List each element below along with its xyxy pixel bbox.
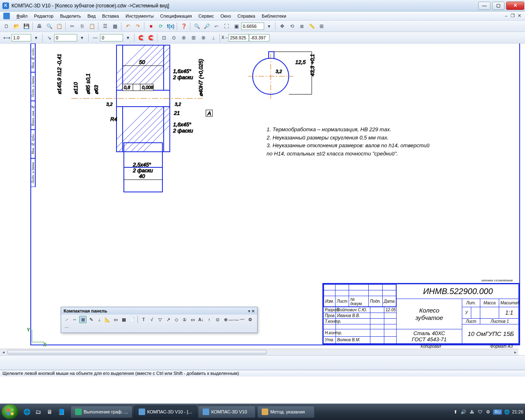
- coord-x[interactable]: [228, 34, 249, 41]
- panel-close-icon[interactable]: ✕: [251, 309, 255, 313]
- snap2-icon[interactable]: ⊙: [169, 33, 178, 42]
- magnet-on-icon[interactable]: 🧲: [137, 33, 146, 42]
- task-item-4[interactable]: Метод. указания: [257, 406, 315, 418]
- snap3-icon[interactable]: ⊕: [179, 33, 188, 42]
- leader-icon[interactable]: ↗: [164, 316, 172, 323]
- zoomin-icon[interactable]: 🔎: [202, 22, 211, 31]
- offset-input[interactable]: [100, 34, 123, 41]
- zoom-dd-icon[interactable]: ▾: [265, 22, 274, 31]
- tray-2-icon[interactable]: 🔊: [460, 409, 467, 415]
- auto-icon[interactable]: ⚙: [247, 316, 254, 323]
- print-icon[interactable]: 🖶: [35, 22, 44, 31]
- more-icon[interactable]: ⋯: [63, 324, 70, 331]
- refresh-icon[interactable]: ⟳: [156, 22, 165, 31]
- cut-icon[interactable]: ✂: [68, 22, 77, 31]
- menu-tools[interactable]: Инструменты: [122, 12, 157, 20]
- denote-icon[interactable]: ⊞: [79, 316, 87, 323]
- menu-editor[interactable]: Редактор: [31, 12, 57, 20]
- close-button[interactable]: ✕: [506, 2, 524, 10]
- base-icon[interactable]: ▽: [156, 316, 164, 323]
- step-dd[interactable]: ▾: [32, 33, 41, 42]
- tray-6-icon[interactable]: 🌐: [504, 409, 510, 415]
- mdi-min[interactable]: –: [503, 13, 509, 18]
- new-icon[interactable]: 🗋: [2, 22, 11, 31]
- style-dd[interactable]: ▾: [78, 33, 87, 42]
- undo-icon[interactable]: ↶: [123, 22, 132, 31]
- report-icon[interactable]: 📄: [128, 316, 136, 323]
- maximize-button[interactable]: ▢: [492, 2, 504, 10]
- style-input[interactable]: [54, 34, 77, 41]
- minimize-button[interactable]: —: [478, 2, 491, 10]
- edit-icon[interactable]: ✎: [87, 316, 95, 323]
- snap5-icon[interactable]: ⊗: [199, 33, 208, 42]
- ql-1-icon[interactable]: 🌐: [21, 406, 32, 418]
- save-icon[interactable]: 💾: [22, 22, 31, 31]
- lang-indicator[interactable]: RU: [493, 409, 502, 415]
- text-icon[interactable]: T: [140, 316, 147, 323]
- magnet-off-icon[interactable]: 🧲: [146, 33, 155, 42]
- mdi-close[interactable]: ✕: [516, 13, 523, 18]
- rough-icon[interactable]: √: [148, 316, 155, 323]
- axis-icon[interactable]: ―·―: [230, 316, 237, 323]
- redo-icon[interactable]: ↷: [133, 22, 142, 31]
- menu-libs[interactable]: Библиотеки: [258, 12, 290, 20]
- paste-icon[interactable]: 📋: [87, 22, 96, 31]
- menu-spec[interactable]: Спецификация: [157, 12, 195, 20]
- geom-icon[interactable]: ⟋: [63, 316, 70, 323]
- rotate-icon[interactable]: ⟲: [288, 22, 297, 31]
- open-icon[interactable]: 📂: [12, 22, 21, 31]
- tray-1-icon[interactable]: ⬆: [452, 409, 459, 415]
- copy-icon[interactable]: ⎘: [78, 22, 87, 31]
- preview-icon[interactable]: 🔍: [45, 22, 54, 31]
- menu-insert[interactable]: Вставка: [99, 12, 122, 20]
- snap6-icon[interactable]: ⟂: [209, 33, 218, 42]
- arrow2-icon[interactable]: ↑: [205, 316, 213, 323]
- ql-2-icon[interactable]: 🗂: [33, 406, 43, 418]
- compact-panel-title[interactable]: Компактная панель ▾ ✕: [61, 307, 257, 315]
- task-item-2[interactable]: КОМПАС-3D V10 - [...: [134, 406, 196, 418]
- coord-y[interactable]: [249, 34, 269, 41]
- arrow-icon[interactable]: ↘: [45, 33, 54, 42]
- start-button[interactable]: [2, 404, 19, 419]
- scroll-left-icon[interactable]: ◂: [0, 349, 7, 355]
- cut-line-icon[interactable]: A↓: [197, 316, 205, 323]
- menu-view[interactable]: Вид: [84, 12, 99, 20]
- clock[interactable]: 21:26: [512, 409, 523, 414]
- drawing-area[interactable]: Инв. № подл. Подп. и дата Взам. инв. № И…: [0, 43, 525, 349]
- h-scrollbar[interactable]: ◂ ▸: [0, 349, 518, 355]
- help-icon[interactable]: ❓: [179, 22, 188, 31]
- center-icon[interactable]: ⊕: [222, 316, 229, 323]
- offset-dd[interactable]: ▾: [123, 33, 132, 42]
- zoomwin-icon[interactable]: 🔍: [192, 22, 201, 31]
- task-item-1[interactable]: Выполнение граф. ...: [71, 406, 132, 418]
- grid-icon[interactable]: ⊞: [317, 22, 326, 31]
- table-icon[interactable]: ▦: [110, 22, 119, 31]
- stop-icon[interactable]: ■: [146, 22, 155, 31]
- props-icon[interactable]: ☰: [100, 22, 110, 31]
- tol-icon[interactable]: ▭: [189, 316, 196, 323]
- dim-icon[interactable]: ⟷: [2, 33, 11, 42]
- zoomfit-icon[interactable]: ⛶: [222, 22, 231, 31]
- dim-tool-icon[interactable]: ↔: [71, 316, 78, 323]
- param-icon[interactable]: ⟂: [96, 316, 103, 323]
- line-icon[interactable]: ―: [91, 33, 100, 42]
- spec-icon[interactable]: 📋: [55, 22, 64, 31]
- menu-select[interactable]: Выделить: [57, 12, 84, 20]
- ql-3-icon[interactable]: 🖥: [44, 406, 55, 418]
- compact-panel[interactable]: Компактная панель ▾ ✕ ⟋ ↔ ⊞ ✎ ⟂ 📐 ▭ ▦ 📄 …: [61, 307, 258, 333]
- zoomall-icon[interactable]: ▣: [232, 22, 241, 31]
- scroll-thumb[interactable]: [7, 350, 267, 354]
- menu-window[interactable]: Окно: [217, 12, 234, 20]
- scroll-right-icon[interactable]: ▸: [512, 349, 518, 355]
- pos-icon[interactable]: ①: [181, 316, 188, 323]
- meas-icon[interactable]: 📏: [307, 22, 316, 31]
- select-icon[interactable]: ▭: [112, 316, 119, 323]
- menu-service[interactable]: Сервис: [195, 12, 217, 20]
- zoomprev-icon[interactable]: ⤺: [212, 22, 221, 31]
- mdi-restore[interactable]: ❐: [509, 13, 516, 18]
- panel-dd-icon[interactable]: ▾: [248, 309, 250, 313]
- wave-icon[interactable]: 〰: [238, 316, 246, 323]
- pan-icon[interactable]: ✥: [278, 22, 287, 31]
- tray-4-icon[interactable]: 🛡: [477, 409, 483, 415]
- remote-icon[interactable]: ⊙: [214, 316, 221, 323]
